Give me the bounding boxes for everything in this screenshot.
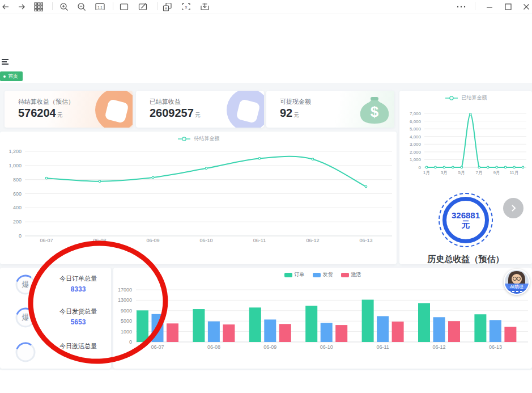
y-tick-label: 0 [19, 233, 22, 239]
bar-发货 [321, 323, 333, 342]
forward-icon[interactable] [16, 2, 27, 12]
more-icon[interactable] [456, 2, 467, 12]
y-tick-label: 2,000 [410, 150, 422, 155]
stat-card-label: 待结算收益（预估） [18, 98, 74, 106]
x-tick-label: 06-08 [93, 238, 106, 243]
chart-legend[interactable]: 已结算金额 [399, 94, 532, 102]
daily-bar-chart[interactable]: 0100050009000130001700006-0706-0806-0906… [113, 268, 532, 369]
data-point [258, 158, 261, 160]
data-point [425, 166, 428, 168]
stat-value: 8333 [45, 285, 111, 293]
toolbar-separator [475, 2, 475, 10]
y-tick-label: 5000 [121, 318, 132, 324]
x-tick-label: 06-11 [253, 238, 266, 243]
x-tick-label: 06-13 [489, 344, 502, 350]
x-tick-label: 06-08 [207, 344, 220, 350]
x-tick-label: 1月 [423, 170, 430, 175]
stat-row-activations: 今日激活总量 [0, 342, 111, 374]
bar-订单 [249, 307, 261, 342]
data-point [99, 180, 101, 183]
line-series [46, 157, 366, 187]
y-tick-label: 4,000 [410, 134, 422, 140]
app-grid-icon[interactable] [33, 2, 44, 12]
line-legend-icon [445, 95, 458, 101]
x-tick-label: 9月 [493, 170, 500, 175]
stat-label: 今日激活总量 [45, 342, 111, 350]
zoom-out-icon[interactable] [76, 2, 87, 12]
bar-发货 [433, 317, 445, 342]
x-tick-label: 06-07 [151, 344, 164, 350]
next-arrow-button[interactable] [503, 198, 524, 218]
x-tick-label: 06-12 [432, 344, 445, 350]
data-point [152, 176, 154, 179]
settled-amount-line-chart[interactable]: 01,0002,0003,0004,0005,0006,0007,0001月3月… [399, 102, 532, 193]
data-point [365, 185, 367, 188]
bar-激活 [335, 325, 347, 342]
close-icon[interactable] [521, 2, 532, 12]
translate-copy-icon[interactable]: A [161, 2, 173, 12]
bar-激活 [504, 327, 516, 342]
pending-amount-chart-panel: 待结算金额 02004006008001,0001,20006-0706-080… [0, 132, 397, 264]
zoom-reset-label: 1:1 [97, 6, 103, 9]
zoom-in-icon[interactable] [58, 2, 70, 12]
tab-active-dot [3, 75, 6, 78]
stat-card-withdrawable: $ 可提现金额 92元 [266, 91, 394, 128]
svg-text:x: x [185, 5, 187, 9]
history-total-badge: 326881 元 [439, 193, 493, 247]
stat-card-unit: 元 [293, 112, 299, 118]
stat-card-label: 已结算收益 [150, 98, 181, 106]
data-point [522, 166, 524, 168]
history-total-caption: 历史总收益（预估） [399, 254, 532, 265]
burst-badge-icon: 爆 [15, 274, 36, 295]
coin-icon [95, 91, 133, 128]
data-point [478, 166, 480, 168]
x-tick-label: 06-13 [359, 238, 372, 243]
ai-assistant-button[interactable]: AI助理 [504, 269, 530, 295]
zoom-reset-icon[interactable]: 1:1 [95, 2, 106, 12]
stat-card-unit: 元 [57, 112, 63, 118]
stat-card-settled-revenue: 已结算收益 2609257元 [136, 91, 264, 128]
maximize-icon[interactable] [503, 2, 514, 12]
legend-label: 已结算金额 [462, 94, 487, 102]
bar-订单 [305, 306, 317, 342]
y-tick-label: 7,000 [410, 111, 422, 116]
data-point [513, 166, 516, 168]
stat-value: 5653 [45, 318, 111, 326]
sidebar-collapse-icon[interactable] [2, 59, 10, 66]
y-tick-label: 3,000 [410, 142, 422, 147]
toolbar-separator [113, 2, 113, 10]
x-tick-label: 3月 [441, 170, 448, 175]
bar-激活 [392, 322, 404, 342]
stat-card-label: 可提现金额 [280, 98, 311, 106]
screenshot-rect-icon[interactable] [118, 2, 130, 12]
download-icon[interactable] [199, 2, 210, 12]
data-point [443, 166, 445, 168]
money-bag-icon: $ [357, 93, 392, 126]
coin-icon [227, 91, 264, 128]
y-tick-label: 1,000 [410, 157, 422, 162]
bar-订单 [362, 299, 374, 342]
pending-amount-line-chart[interactable]: 02004006008001,0001,20006-0706-0806-0906… [0, 132, 397, 264]
data-point [312, 158, 314, 160]
burst-badge-icon [15, 342, 36, 362]
edit-icon[interactable] [137, 2, 148, 12]
back-icon[interactable] [0, 2, 11, 12]
svg-text:A: A [164, 7, 167, 10]
data-point [469, 113, 471, 116]
history-total-value: 326881 [452, 211, 480, 220]
stat-label: 今日发货总量 [45, 307, 111, 316]
minimize-icon[interactable] [484, 2, 495, 12]
data-point [435, 166, 437, 168]
tab-home[interactable]: 首页 [0, 71, 23, 81]
bar-激活 [167, 323, 178, 342]
y-tick-label: 0 [129, 339, 132, 345]
stat-row-shipments: 爆 今日发货总量 5653 [0, 307, 111, 339]
text-select-icon[interactable]: x [180, 2, 191, 12]
x-tick-label: 06-07 [40, 238, 53, 243]
history-total-unit: 元 [462, 220, 470, 229]
bar-订单 [418, 303, 430, 342]
ai-assistant-avatar: AI助理 [504, 269, 530, 295]
toolbar-separator [52, 2, 53, 10]
y-tick-label: 1,000 [8, 163, 22, 168]
y-tick-label: 17000 [118, 287, 132, 293]
